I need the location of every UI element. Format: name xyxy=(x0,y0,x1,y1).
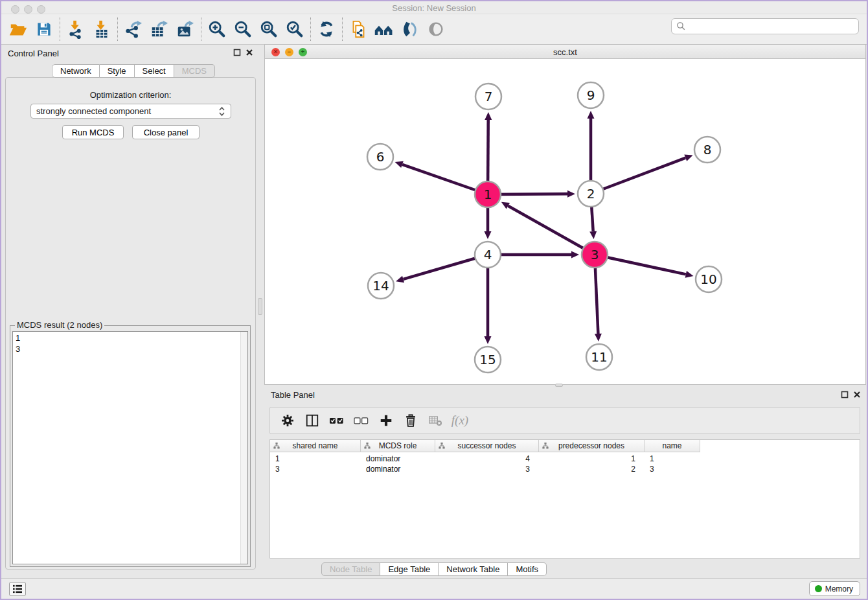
main-toolbar xyxy=(1,14,867,45)
import-table-icon[interactable] xyxy=(89,17,115,41)
delete-column-icon[interactable] xyxy=(398,410,423,432)
column-header-predecessor-nodes[interactable]: predecessor nodes xyxy=(539,440,645,452)
graph-edge-3-10[interactable] xyxy=(595,255,686,274)
apply-layout-icon[interactable] xyxy=(314,17,339,41)
mcds-result-text: 1 3 xyxy=(16,332,20,354)
select-all-columns-icon[interactable] xyxy=(325,410,349,432)
table-cell[interactable]: dominator xyxy=(361,454,435,464)
zoom-in-icon[interactable] xyxy=(204,17,230,41)
close-panel-icon[interactable] xyxy=(246,49,253,56)
table-cell[interactable]: 1 xyxy=(645,454,700,464)
show-all-networks-icon[interactable] xyxy=(371,17,397,41)
table-cell[interactable]: 4 xyxy=(435,454,539,464)
graph-edge-arrow xyxy=(571,251,579,259)
graph-edge-arrow xyxy=(588,111,595,119)
table-cell[interactable]: 3 xyxy=(270,464,361,474)
table-cell[interactable]: dominator xyxy=(361,464,435,474)
control-panel-tabs: NetworkStyleSelectMCDS xyxy=(52,64,215,78)
delete-table-icon-disabled xyxy=(423,410,448,432)
column-type-icon xyxy=(439,443,445,449)
memory-status-icon xyxy=(815,585,822,592)
table-cell[interactable]: 3 xyxy=(645,464,700,474)
column-header-label: MCDS role xyxy=(379,441,417,450)
column-header-shared-name[interactable]: shared name xyxy=(270,440,361,452)
tab-mcds[interactable]: MCDS xyxy=(174,64,215,78)
float-panel-icon[interactable] xyxy=(233,49,241,56)
column-header-name[interactable]: name xyxy=(645,440,700,452)
search-icon xyxy=(676,21,686,31)
create-column-icon[interactable] xyxy=(374,410,398,432)
graph-node-label-15: 15 xyxy=(479,352,496,367)
mcds-result-area[interactable]: 1 3 xyxy=(12,331,248,564)
table-cell[interactable]: 1 xyxy=(270,454,361,464)
table-panel-header: Table Panel xyxy=(264,387,868,403)
graph-edge-arrow xyxy=(684,155,692,161)
criterion-dropdown-value: strongly connected component xyxy=(36,106,218,116)
tab-edge-table[interactable]: Edge Table xyxy=(380,562,439,576)
criterion-dropdown[interactable]: strongly connected component xyxy=(30,104,231,119)
table-settings-gear-icon[interactable] xyxy=(275,410,300,432)
close-table-panel-icon[interactable] xyxy=(853,391,861,398)
search-input[interactable] xyxy=(689,22,858,31)
function-builder-icon-disabled: f(x) xyxy=(448,410,472,432)
graph-edge-2-8[interactable] xyxy=(591,158,685,194)
tab-motifs[interactable]: Motifs xyxy=(508,562,547,576)
import-network-icon[interactable] xyxy=(63,17,89,41)
column-header-MCDS-role[interactable]: MCDS role xyxy=(361,440,435,452)
table-panel-title: Table Panel xyxy=(271,390,315,400)
memory-label: Memory xyxy=(825,584,853,594)
tab-node-table[interactable]: Node Table xyxy=(321,562,381,576)
task-history-button[interactable] xyxy=(9,582,26,596)
zoom-fit-icon[interactable] xyxy=(256,17,282,41)
node-table-header: shared nameMCDS rolesuccessor nodesprede… xyxy=(270,440,700,452)
clone-network-icon[interactable] xyxy=(345,17,371,41)
tab-network-table[interactable]: Network Table xyxy=(439,562,508,576)
toggle-styles-icon[interactable] xyxy=(397,17,423,41)
table-panel-tabs: Node TableEdge TableNetwork TableMotifs xyxy=(321,562,547,576)
save-session-icon[interactable] xyxy=(31,17,57,41)
dropdown-stepper-icon xyxy=(218,106,225,117)
table-cell[interactable]: 2 xyxy=(539,464,645,474)
export-image-icon[interactable] xyxy=(172,17,198,41)
application-window: Session: New Session xyxy=(0,0,868,600)
memory-button[interactable]: Memory xyxy=(809,581,860,596)
toggle-column-pane-icon[interactable] xyxy=(300,410,325,432)
column-header-label: predecessor nodes xyxy=(558,441,624,450)
export-table-icon[interactable] xyxy=(146,17,172,41)
export-network-icon[interactable] xyxy=(120,17,146,41)
graph-edge-arrow xyxy=(567,190,575,198)
network-graph[interactable]: 7968124314101511 xyxy=(265,59,865,384)
deselect-all-columns-icon[interactable] xyxy=(349,410,374,432)
graph-node-label-1: 1 xyxy=(484,187,492,202)
table-row[interactable]: 3dominator323 xyxy=(270,464,700,474)
horizontal-splitter-handle[interactable] xyxy=(555,384,563,387)
graph-edge-3-1[interactable] xyxy=(508,206,595,255)
float-table-panel-icon[interactable] xyxy=(841,391,849,398)
mcds-result-title: MCDS result (2 nodes) xyxy=(15,320,104,330)
tab-select[interactable]: Select xyxy=(135,64,174,78)
tab-style[interactable]: Style xyxy=(100,64,135,78)
vertical-splitter-handle[interactable] xyxy=(258,298,262,315)
run-mcds-button[interactable]: Run MCDS xyxy=(62,125,124,139)
result-scrollbar[interactable] xyxy=(240,332,247,564)
status-bar: Memory xyxy=(1,578,867,599)
column-header-successor-nodes[interactable]: successor nodes xyxy=(435,440,539,452)
graph-edge-arrow xyxy=(595,334,602,341)
toolbar-separator xyxy=(310,17,311,41)
table-cell[interactable]: 1 xyxy=(539,454,645,464)
toggle-birds-eye-icon[interactable] xyxy=(423,17,449,41)
network-view-window: ✕ − + scc.txt 7968124314101511 xyxy=(264,44,866,385)
close-panel-button[interactable]: Close panel xyxy=(132,125,200,139)
title-bar: Session: New Session xyxy=(1,1,867,14)
network-window-titlebar[interactable]: ✕ − + scc.txt xyxy=(265,45,865,59)
zoom-out-icon[interactable] xyxy=(230,17,256,41)
list-icon xyxy=(12,584,23,594)
control-panel-header: Control Panel xyxy=(1,45,260,62)
open-session-icon[interactable] xyxy=(5,17,31,41)
zoom-selected-icon[interactable] xyxy=(282,17,308,41)
tab-network[interactable]: Network xyxy=(52,64,100,78)
table-row[interactable]: 1dominator411 xyxy=(270,454,700,464)
table-cell[interactable]: 3 xyxy=(435,464,539,474)
table-toolbar: f(x) xyxy=(269,407,860,434)
search-field[interactable] xyxy=(671,18,859,34)
